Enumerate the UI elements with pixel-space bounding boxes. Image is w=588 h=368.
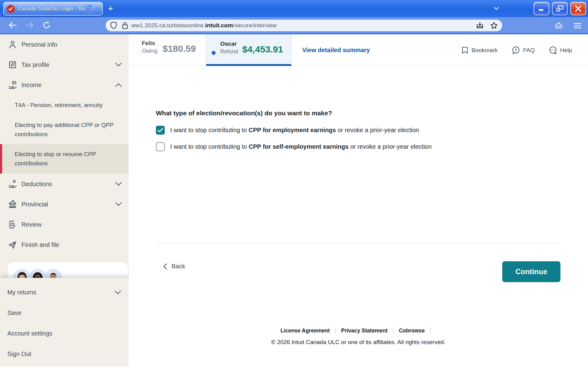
sidebar-item-personal-info[interactable]: Personal info — [0, 36, 129, 53]
back-arrow-icon[interactable] — [8, 21, 17, 29]
chevron-down-icon — [115, 62, 123, 67]
svg-text:?: ? — [514, 48, 517, 52]
sidebar-item-tax-profile[interactable]: Tax profile — [0, 56, 129, 73]
option-row-cpp-self-employment: I want to stop contributing to CPP for s… — [156, 142, 432, 151]
browser-toolbar: ww1.2025.ca.turbotaxonline.intuit.com/se… — [0, 17, 588, 34]
bookmark-icon — [462, 46, 468, 54]
chevron-down-icon — [115, 182, 123, 186]
question-bubble-icon: ? — [512, 46, 520, 54]
option-label[interactable]: I want to stop contributing to CPP for s… — [170, 143, 432, 150]
sidebar-subitem-elect-stop-cpp-selected[interactable]: Electing to stop or resume CPP contribut… — [0, 144, 129, 174]
felix-tab[interactable]: Felix Owing — [142, 40, 157, 54]
felix-amount: $180.59 — [163, 44, 196, 54]
tab-title: Canada TurboTax Login - Tax Ye — [18, 6, 88, 12]
extensions-puzzle-icon[interactable] — [554, 21, 563, 30]
chevron-up-icon — [115, 82, 123, 87]
screen: Canada TurboTax Login - Tax Ye ✕ + — [0, 0, 588, 368]
tab-list-chevron-icon[interactable] — [492, 6, 500, 12]
window-controls — [533, 2, 586, 15]
reload-icon[interactable] — [42, 21, 51, 29]
sidebar-item-save[interactable]: Save — [0, 303, 129, 323]
browser-titlebar: Canada TurboTax Login - Tax Ye ✕ + — [0, 0, 588, 17]
minimize-button[interactable] — [533, 2, 549, 15]
sidebar-item-income[interactable]: Income — [0, 76, 129, 94]
selected-tab-underline — [206, 64, 291, 66]
url-bar[interactable]: ww1.2025.ca.turbotaxonline.intuit.com/se… — [106, 20, 502, 31]
menu-hamburger-icon[interactable] — [573, 22, 582, 29]
license-agreement-link[interactable]: License Agreement — [281, 328, 330, 334]
chevron-left-icon — [163, 263, 167, 270]
person-icon — [8, 40, 17, 49]
tab-title-fade — [83, 5, 92, 14]
browser-tab[interactable]: Canada TurboTax Login - Tax Ye ✕ — [3, 2, 103, 16]
footer-links: License Agreement Privacy Statement Cobr… — [129, 327, 588, 334]
chat-bubble-icon — [549, 46, 557, 54]
chevron-down-icon — [114, 290, 122, 295]
sidebar-item-account-settings[interactable]: Account settings — [0, 323, 129, 344]
lock-icon[interactable] — [122, 21, 128, 29]
option-row-cpp-employment: I want to stop contributing to CPP for e… — [156, 126, 419, 135]
app-header: Felix Owing $180.59 Oscar Refund $4,453.… — [129, 34, 588, 66]
shield-icon[interactable] — [110, 21, 117, 29]
chevron-down-icon — [115, 202, 123, 207]
oscar-amount: $4,453.91 — [242, 44, 283, 55]
sidebar-item-my-returns[interactable]: My returns — [0, 282, 129, 303]
url-text: ww1.2025.ca.turbotaxonline.intuit.com/se… — [131, 22, 277, 29]
bookmark-star-icon[interactable] — [490, 21, 498, 29]
faq-button[interactable]: ? FAQ — [512, 46, 535, 54]
sidebar-item-finish-and-file[interactable]: Finish and file — [0, 236, 129, 253]
sidebar-item-review[interactable]: Review — [0, 216, 129, 233]
help-button[interactable]: Help — [549, 46, 572, 54]
close-button[interactable] — [570, 2, 586, 15]
toolbar-right — [554, 21, 582, 30]
copyright-text: © 2026 Intuit Canada ULC or one of its a… — [129, 339, 588, 346]
deductions-hand-coin-icon — [8, 179, 17, 189]
sidebar-item-deductions[interactable]: Deductions — [0, 175, 129, 193]
checkbox-cpp-employment[interactable] — [156, 126, 165, 135]
income-hand-icon — [8, 80, 17, 90]
privacy-statement-link[interactable]: Privacy Statement — [341, 328, 388, 334]
bookmark-button[interactable]: Bookmark — [462, 46, 498, 54]
bank-building-icon — [8, 200, 17, 209]
oscar-tab-selected[interactable]: Oscar Refund $4,453.91 — [206, 34, 292, 66]
app-frame: Personal info Tax profile Income — [0, 34, 588, 367]
turbotax-favicon-icon — [7, 5, 15, 13]
back-button[interactable]: Back — [163, 263, 185, 270]
sidebar-item-sign-out[interactable]: Sign Out — [0, 344, 129, 364]
send-plane-icon — [8, 240, 17, 249]
sidebar-subitem-elect-pay-cpp[interactable]: Electing to pay additional CPP or QPP co… — [0, 121, 129, 139]
active-dot — [212, 51, 216, 55]
continue-button[interactable]: Continue — [502, 261, 560, 282]
view-detailed-summary-link[interactable]: View detailed summary — [302, 47, 370, 54]
edit-document-icon — [8, 60, 17, 69]
content-area: Felix Owing $180.59 Oscar Refund $4,453.… — [129, 34, 588, 367]
sidebar: Personal info Tax profile Income — [0, 34, 129, 367]
sidebar-bottom-panel: My returns Save Account settings Sign Ou… — [0, 278, 129, 367]
question-heading: What type of election/revocation(s) do y… — [156, 109, 332, 117]
checkbox-cpp-self-employment[interactable] — [156, 142, 165, 151]
new-tab-button[interactable]: + — [108, 3, 113, 14]
content-divider — [156, 243, 560, 243]
option-label[interactable]: I want to stop contributing to CPP for e… — [170, 127, 419, 134]
sidebar-item-provincial[interactable]: Provincial — [0, 196, 129, 213]
sidebar-subitem-t4a[interactable]: T4A - Pension, retirement, annuity — [0, 99, 129, 111]
forward-arrow-icon[interactable] — [25, 21, 34, 29]
review-magnifier-icon — [8, 220, 17, 229]
save-page-icon[interactable] — [476, 21, 484, 29]
restore-button[interactable] — [552, 2, 568, 15]
cobrowse-link[interactable]: Cobrowse — [399, 328, 425, 334]
